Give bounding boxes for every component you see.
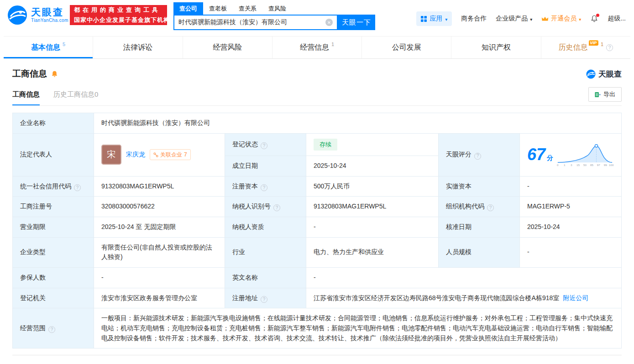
field-label-company-name: 企业名称	[13, 113, 94, 134]
label-text: 纳税人识别号	[232, 203, 271, 210]
clear-search-icon[interactable]	[325, 19, 333, 26]
search-tab-boss[interactable]: 查老板	[203, 2, 233, 15]
field-label-taxpayer-qualification: 纳税人资质	[225, 217, 306, 237]
label-text: 组织机构代码	[446, 203, 484, 210]
label-text: 统一社会信用代码	[20, 182, 71, 190]
label-text: 法定代表人	[20, 151, 52, 158]
top-header: 天眼查 TianYanCha.com 都在用的商业查询工具 国家中小企业发展子基…	[0, 0, 634, 30]
field-value-reg-number: 320803000576622	[94, 197, 225, 217]
help-icon[interactable]	[261, 184, 267, 191]
chevron-down-icon	[445, 15, 447, 22]
field-label-reg-authority: 登记机关	[13, 288, 94, 308]
value-text: 淮安市淮安区政务服务管理办公室	[101, 294, 197, 302]
nav-super-vip[interactable]: 超级...	[608, 15, 626, 23]
top-right-nav: 应用 商务合作 企业级产品 开通会员 超级...	[416, 11, 626, 26]
field-value-reg-address: 江苏省淮安市淮安区经济开发区边寿民路68号淮安电子商务现代物流园综合楼A栋918…	[306, 288, 622, 308]
help-icon[interactable]	[487, 204, 494, 211]
value-text: 91320803MAG1ERWP5L	[101, 182, 174, 190]
search-type-tabs: 查公司 查老板 查关系 查风险	[173, 2, 375, 15]
tab-company-development[interactable]: 公司发展	[362, 36, 451, 58]
value-text: 2025-10-24	[314, 162, 346, 169]
value-text: 电力、热力生产和供应业	[314, 248, 384, 255]
help-icon[interactable]	[48, 326, 55, 333]
value-text: MAG1ERWP-5	[527, 203, 570, 210]
watermark-text: 天眼查	[598, 69, 622, 79]
score-unit: 分	[547, 154, 553, 161]
field-label-insured-count: 参保人数	[13, 267, 94, 288]
search-input[interactable]	[178, 19, 325, 26]
help-icon[interactable]	[74, 184, 81, 191]
field-value-score: 67分 0 1 3 15 50 85	[520, 133, 622, 176]
label-text: 实缴资本	[446, 182, 472, 190]
tab-intellectual-property[interactable]: 知识产权	[451, 36, 540, 58]
label-text: 登记状态	[232, 140, 258, 148]
search-tab-risk[interactable]: 查风险	[262, 2, 292, 15]
slogan-line2: 国家中小企业发展子基金旗下机构	[74, 16, 163, 24]
table-row: 工商注册号 320803000576622 纳税人识别号 91320803MAG…	[13, 197, 622, 217]
section-title: 工商信息	[12, 68, 47, 80]
tab-legal-proceedings[interactable]: 法律诉讼	[93, 36, 182, 58]
vip-badge: VIP	[589, 40, 599, 46]
alarm-bell-icon[interactable]	[51, 70, 58, 78]
field-label-english-name: 英文名称	[225, 267, 306, 288]
field-value-english-name: -	[306, 267, 622, 288]
legal-rep-avatar[interactable]: 宋	[101, 145, 121, 165]
help-icon[interactable]	[261, 142, 267, 149]
score-number: 67分	[527, 146, 553, 163]
tianyancha-logo[interactable]: 天眼查 TianYanCha.com	[7, 5, 68, 25]
search-tab-company[interactable]: 查公司	[173, 2, 203, 15]
legal-rep-name-link[interactable]: 宋庆龙	[126, 150, 145, 160]
export-button[interactable]: 导出	[588, 87, 622, 102]
search-box	[173, 15, 338, 30]
search-button[interactable]: 天眼一下	[338, 15, 375, 30]
field-label-reg-address: 注册地址	[225, 288, 306, 308]
export-label: 导出	[603, 90, 615, 99]
notifications-button[interactable]	[590, 15, 598, 23]
tab-label: 法律诉讼	[123, 43, 152, 52]
label-text: 纳税人资质	[232, 223, 264, 230]
field-label-reg-number: 工商注册号	[13, 197, 94, 217]
nav-enterprise-products[interactable]: 企业级产品	[496, 15, 532, 23]
subtab-business-info[interactable]: 工商信息	[12, 90, 40, 105]
tianyancha-watermark-icon	[586, 69, 596, 79]
label-text: 注册资本	[232, 182, 258, 190]
field-value-staff-size: -	[520, 237, 622, 267]
svg-text:85: 85	[590, 163, 593, 166]
slogan-line1: 都在用的商业查询工具	[74, 6, 163, 14]
table-row: 法定代表人 宋 宋庆龙 关联企业 7	[13, 133, 622, 156]
related-companies-badge[interactable]: 关联企业 7	[150, 149, 191, 161]
help-icon[interactable]	[606, 44, 613, 51]
tab-label: 基本信息	[31, 43, 60, 52]
table-row: 参保人数 - 英文名称 -	[13, 267, 622, 288]
nav-business-cooperation[interactable]: 商务合作	[461, 15, 487, 23]
field-label-paid-capital: 实缴资本	[439, 176, 520, 197]
tab-operation-info[interactable]: 经营信息 1	[272, 36, 362, 58]
svg-text:15: 15	[576, 163, 580, 166]
help-icon[interactable]	[261, 296, 267, 303]
svg-text:1: 1	[564, 163, 566, 166]
field-value-legal-rep: 宋 宋庆龙 关联企业 7	[94, 133, 225, 176]
help-icon[interactable]	[474, 153, 481, 160]
tab-count: 1	[601, 42, 603, 47]
related-companies-label: 关联企业	[160, 151, 182, 159]
tab-basic-info[interactable]: 基本信息 5	[4, 36, 93, 58]
tab-history-info[interactable]: 历史信息 VIP 1	[541, 36, 630, 58]
nav-open-membership[interactable]: 开通会员	[541, 15, 581, 23]
tab-label: 经营风险	[213, 43, 242, 52]
search-tab-relation[interactable]: 查关系	[233, 2, 262, 15]
table-row: 登记机关 淮安市淮安区政务服务管理办公室 注册地址 江苏省淮安市淮安区经济开发区…	[13, 288, 622, 308]
svg-text:3: 3	[571, 163, 572, 166]
logo-text-en: TianYanCha.com	[31, 18, 68, 23]
tab-operation-risk[interactable]: 经营风险	[183, 36, 272, 58]
field-label-reg-capital: 注册资本	[225, 176, 306, 197]
apps-menu-button[interactable]: 应用	[416, 11, 452, 26]
svg-text:97: 97	[597, 163, 600, 166]
nearby-companies-link[interactable]: 附近公司	[563, 294, 588, 302]
value-text: 320803000576622	[101, 203, 155, 210]
value-text: -	[527, 182, 529, 190]
field-label-score: 天眼评分	[439, 133, 520, 176]
legal-rep-cell: 宋 宋庆龙 关联企业 7	[101, 145, 217, 165]
help-icon[interactable]	[273, 204, 280, 211]
field-value-reg-capital: 500万人民币	[306, 176, 439, 197]
subtab-history-business-info[interactable]: 历史工商信息0	[53, 90, 98, 105]
